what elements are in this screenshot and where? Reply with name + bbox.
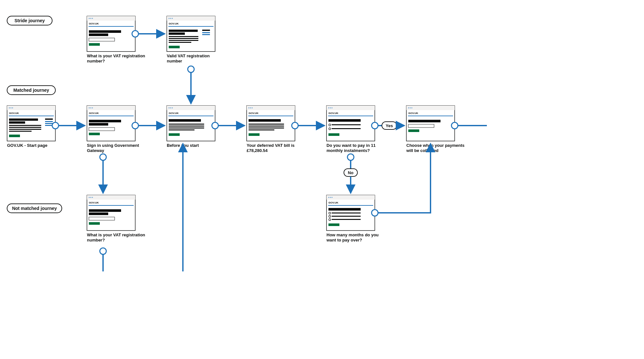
govuk-brand: GOV.UK	[328, 112, 338, 115]
card-vatvalid: GOV.UK Valid VAT registration number	[167, 16, 215, 63]
svg-rect-86	[328, 119, 361, 122]
caption: What is your VAT registration	[87, 232, 145, 237]
decision-no-label: No	[348, 170, 353, 175]
caption: What is your VAT registration	[87, 53, 145, 58]
svg-rect-19	[169, 30, 198, 32]
svg-rect-36	[9, 121, 25, 124]
connector-node	[372, 210, 378, 216]
svg-rect-44	[45, 125, 53, 126]
svg-rect-55	[89, 133, 100, 135]
lane-label-notmatched: Not matched journey	[7, 204, 62, 213]
svg-rect-38	[9, 127, 41, 128]
connector-node	[132, 31, 138, 37]
connector-node	[100, 248, 106, 254]
svg-rect-63	[169, 124, 204, 125]
flow-diagram: Stride journey Matched journey Not match…	[0, 0, 487, 271]
lane-label-matched-text: Matched journey	[13, 88, 49, 93]
card-vatq-stride: GOV.UK What is your VAT registration num…	[87, 16, 145, 63]
govuk-brand: GOV.UK	[89, 22, 99, 25]
svg-rect-126	[328, 223, 339, 226]
svg-rect-52	[89, 120, 121, 122]
svg-point-50	[92, 108, 93, 109]
svg-rect-37	[9, 125, 41, 126]
caption: Valid VAT registration	[167, 53, 210, 58]
svg-rect-90	[332, 128, 361, 129]
card-signin: GOV.UK Sign in using Government Gateway	[87, 106, 139, 153]
svg-rect-121	[332, 213, 361, 213]
caption: GOV.UK - Start page	[7, 143, 47, 148]
svg-point-97	[412, 108, 412, 109]
caption: Gateway	[87, 148, 104, 153]
card-before: GOV.UK Before you start	[167, 106, 215, 148]
govuk-brand: GOV.UK	[169, 112, 179, 115]
caption: monthly instalments?	[327, 148, 370, 153]
svg-rect-25	[202, 30, 210, 31]
connector-node	[347, 154, 354, 160]
svg-point-16	[170, 18, 171, 19]
svg-rect-77	[249, 128, 284, 128]
svg-point-59	[170, 108, 171, 109]
caption: want to pay over?	[326, 238, 362, 242]
card-bill: GOV.UK Your deferred VAT bill is £78,280…	[247, 106, 295, 153]
caption: How many months do you	[327, 232, 379, 237]
card-months: GOV.UK How many months do you want to pa…	[326, 195, 379, 242]
govuk-brand: GOV.UK	[408, 112, 418, 115]
connector-node	[451, 122, 458, 129]
lane-label-stride: Stride journey	[7, 16, 52, 25]
svg-rect-101	[408, 129, 419, 132]
svg-rect-53	[89, 123, 108, 126]
svg-rect-64	[169, 126, 204, 127]
svg-rect-110	[89, 213, 108, 215]
svg-rect-93	[406, 106, 455, 141]
svg-point-72	[252, 108, 253, 109]
svg-point-106	[90, 197, 91, 198]
connector-node	[212, 122, 218, 129]
connector-node	[52, 122, 59, 129]
caption: will be collected	[406, 148, 439, 153]
svg-rect-20	[169, 33, 185, 35]
card-start: GOV.UK GOV.UK - Start page	[7, 106, 55, 148]
connector-node	[292, 122, 298, 129]
svg-point-31	[9, 108, 10, 109]
svg-rect-26	[202, 32, 210, 33]
svg-rect-21	[169, 36, 198, 37]
svg-point-17	[172, 18, 173, 19]
svg-rect-28	[169, 46, 180, 48]
svg-rect-109	[89, 209, 121, 212]
svg-rect-9	[89, 30, 121, 33]
svg-rect-27	[202, 34, 210, 35]
svg-point-49	[90, 108, 91, 109]
connector-node	[372, 122, 378, 129]
svg-rect-91	[328, 133, 339, 136]
svg-rect-40	[9, 131, 32, 132]
govuk-brand: GOV.UK	[9, 112, 19, 115]
connector-node	[100, 154, 106, 160]
svg-rect-75	[249, 124, 284, 125]
svg-point-6	[90, 18, 91, 19]
svg-point-105	[89, 197, 90, 198]
svg-point-71	[250, 108, 251, 109]
svg-point-117	[332, 197, 333, 198]
svg-rect-10	[89, 33, 108, 36]
svg-rect-42	[45, 121, 53, 122]
svg-point-107	[92, 197, 93, 198]
card-choose: GOV.UK Choose when your payments will be…	[406, 106, 465, 153]
svg-rect-35	[9, 118, 38, 121]
caption: number?	[87, 238, 105, 242]
svg-rect-81	[327, 106, 375, 110]
svg-point-60	[172, 108, 173, 109]
svg-point-116	[330, 197, 331, 198]
svg-rect-125	[332, 219, 361, 220]
svg-rect-104	[87, 195, 135, 200]
svg-rect-79	[249, 133, 260, 136]
lane-label-notmatched-text: Not matched journey	[12, 206, 57, 211]
svg-point-7	[92, 18, 93, 19]
svg-point-58	[169, 108, 170, 109]
svg-point-95	[408, 108, 409, 109]
svg-rect-66	[169, 129, 194, 130]
svg-rect-22	[169, 38, 198, 39]
svg-rect-78	[249, 129, 274, 130]
govuk-brand: GOV.UK	[89, 201, 99, 204]
svg-rect-88	[332, 124, 361, 125]
caption: Do you want to pay in 11	[327, 143, 375, 148]
